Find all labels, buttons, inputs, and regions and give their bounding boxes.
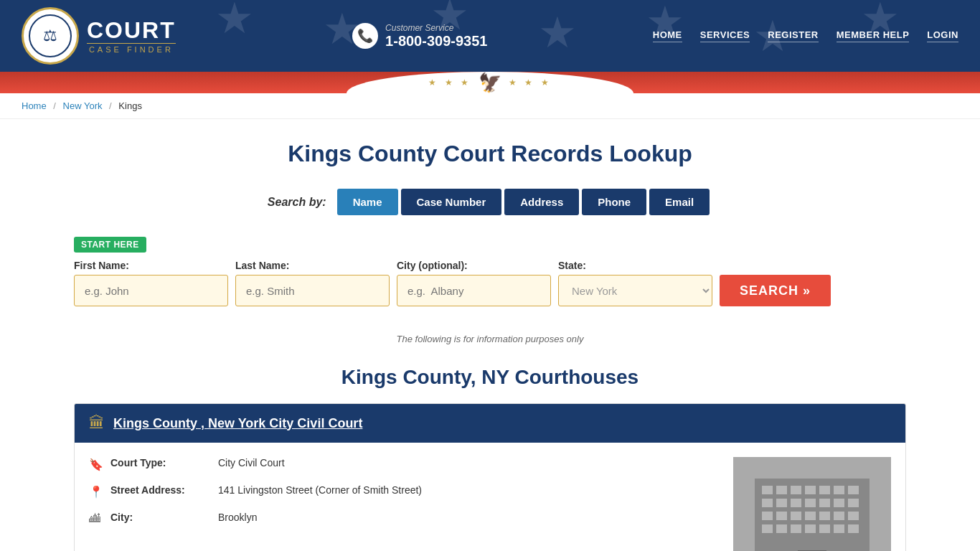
field-state: State: New York Alabama Alaska Californi… [558,260,712,306]
detail-row-court-type: 🔖 Court Type: City Civil Court [89,457,719,471]
nav-member-help[interactable]: MEMBER HELP [837,29,910,42]
svg-rect-21 [834,512,844,520]
svg-rect-20 [819,512,830,520]
logo-area: ⚖ COURT CASE FINDER [22,7,187,65]
last-name-label: Last Name: [235,260,390,271]
svg-rect-13 [819,499,830,507]
svg-rect-6 [819,486,830,494]
nav-services[interactable]: SERVICES [700,29,750,42]
svg-rect-22 [848,512,859,520]
street-address-label: Street Address: [110,484,211,496]
phone-icon: 📞 [352,23,378,49]
city-icon: 🏙 [89,512,103,525]
svg-rect-10 [776,499,787,507]
detail-row-city: 🏙 City: Brooklyn [89,512,719,525]
courthouse-card: 🏛 Kings County , New York City Civil Cou… [74,403,906,551]
city-detail-label: City: [110,512,211,523]
svg-rect-3 [776,486,787,494]
page-title: Kings County Court Records Lookup [74,141,906,167]
svg-rect-5 [805,486,816,494]
court-type-label: Court Type: [110,457,211,468]
tab-address[interactable]: Address [504,189,579,215]
breadcrumb-sep-2: / [109,100,112,111]
svg-rect-24 [776,524,787,533]
breadcrumb-state[interactable]: New York [63,100,103,111]
nav-register[interactable]: REGISTER [768,29,818,42]
svg-rect-12 [805,499,816,507]
svg-rect-28 [834,524,844,533]
main-content: Kings County Court Records Lookup Search… [60,119,920,551]
nav-home[interactable]: HOME [653,29,682,42]
nav-login[interactable]: LOGIN [927,29,958,42]
breadcrumb: Home / New York / Kings [0,93,980,119]
arch-stars-right: ★ ★ ★ [509,77,552,88]
court-type-value: City Civil Court [218,457,285,468]
last-name-input[interactable] [235,275,390,306]
cs-label: Customer Service [385,23,487,33]
courthouses-title: Kings County, NY Courthouses [74,366,906,389]
courthouse-image [733,457,891,551]
svg-rect-25 [791,524,801,533]
city-label: City (optional): [397,260,551,271]
site-header: ★ ★ ★ ★ ★ ★ ★ ⚖ COURT CASE FINDER 📞 Cust… [0,0,980,93]
cs-text: Customer Service 1-800-309-9351 [385,23,487,50]
search-form-container: START HERE First Name: Last Name: City (… [74,230,906,321]
state-label: State: [558,260,712,271]
logo-emblem: ⚖ [29,14,72,57]
detail-row-address: 📍 Street Address: 141 Livingston Street … [89,484,719,499]
courthouse-icon: 🏛 [89,414,105,433]
svg-rect-15 [848,499,859,507]
breadcrumb-sep-1: / [53,100,56,111]
svg-rect-18 [791,512,801,520]
courthouse-details: 🔖 Court Type: City Civil Court 📍 Street … [89,457,719,551]
field-first-name: First Name: [74,260,228,306]
search-by-row: Search by: Name Case Number Address Phon… [74,189,906,215]
breadcrumb-county: Kings [118,100,142,111]
svg-rect-14 [834,499,844,507]
svg-rect-7 [834,486,844,494]
search-button-label: SEARCH » [740,283,811,298]
cs-number: 1-800-309-9351 [385,33,487,50]
info-note: The following is for information purpose… [74,334,906,344]
state-select[interactable]: New York Alabama Alaska California Flori… [558,275,712,306]
svg-rect-11 [791,499,801,507]
svg-rect-16 [762,512,773,520]
svg-rect-27 [819,524,830,533]
city-input[interactable] [397,275,551,306]
logo-court-text: COURT [87,19,176,42]
main-nav: HOME SERVICES REGISTER MEMBER HELP LOGIN [653,29,958,42]
eagle-icon: 🦅 [479,72,501,94]
logo-circle: ⚖ [22,7,79,65]
tab-phone[interactable]: Phone [582,189,646,215]
first-name-label: First Name: [74,260,228,271]
logo-text: COURT CASE FINDER [75,13,187,60]
svg-rect-8 [848,486,859,494]
start-here-badge: START HERE [74,237,146,253]
svg-rect-26 [805,524,816,533]
search-by-label: Search by: [268,196,326,209]
header-inner: ⚖ COURT CASE FINDER 📞 Customer Service 1… [0,0,980,72]
tab-name[interactable]: Name [337,189,398,215]
courthouse-body: 🔖 Court Type: City Civil Court 📍 Street … [75,443,905,551]
city-detail-value: Brooklyn [218,512,257,523]
svg-rect-2 [762,486,773,494]
breadcrumb-home[interactable]: Home [22,100,47,111]
svg-rect-29 [848,524,859,533]
courthouse-header-link[interactable]: Kings County , New York City Civil Court [113,416,362,431]
search-button[interactable]: SEARCH » [720,275,831,306]
svg-rect-17 [776,512,787,520]
court-type-icon: 🔖 [89,458,103,471]
svg-rect-4 [791,486,801,494]
address-icon: 📍 [89,485,103,499]
tab-email[interactable]: Email [649,189,710,215]
tab-case-number[interactable]: Case Number [401,189,502,215]
field-last-name: Last Name: [235,260,390,306]
svg-rect-9 [762,499,773,507]
svg-rect-19 [805,512,816,520]
form-fields-row: First Name: Last Name: City (optional): … [74,260,906,306]
first-name-input[interactable] [74,275,228,306]
logo-case-finder-text: CASE FINDER [87,43,176,54]
arch-stars-left: ★ ★ ★ [428,77,471,88]
svg-rect-23 [762,524,773,533]
field-city: City (optional): [397,260,551,306]
